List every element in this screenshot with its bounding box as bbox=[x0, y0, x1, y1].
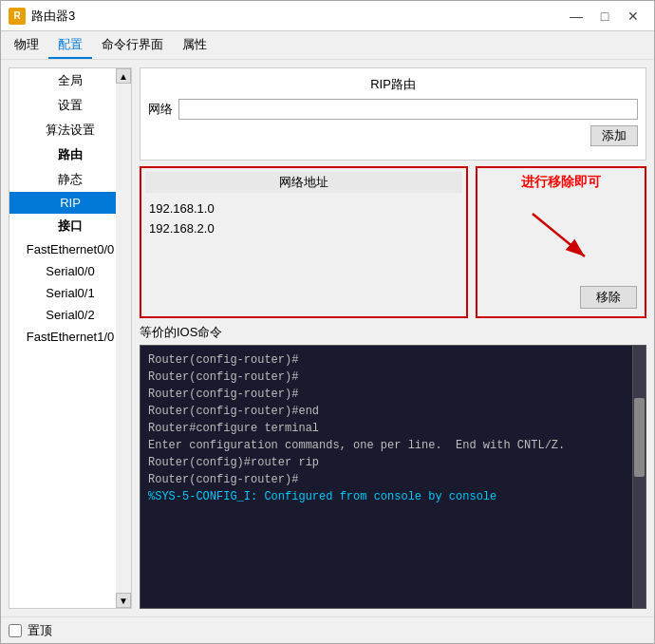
sidebar-scroll-up[interactable]: ▲ bbox=[116, 68, 131, 84]
rip-title: RIP路由 bbox=[148, 76, 638, 93]
remove-panel: 进行移除即可 移除 bbox=[476, 166, 646, 318]
sidebar-item-s00[interactable]: Serial0/0 bbox=[9, 260, 131, 282]
table-area: 网络地址 192.168.1.0 192.168.2.0 进行移除即可 bbox=[140, 166, 646, 318]
menu-item-cli[interactable]: 命令行界面 bbox=[92, 32, 173, 59]
terminal-line-7: Router(config-router)# bbox=[148, 471, 625, 488]
arrow-area bbox=[477, 197, 645, 278]
terminal-line-2: Router(config-router)# bbox=[148, 386, 625, 403]
window-title: 路由器3 bbox=[31, 8, 563, 25]
menu-item-config[interactable]: 配置 bbox=[48, 32, 92, 59]
ios-section: 等价的IOS命令 Router(config-router)# Router(c… bbox=[140, 324, 646, 609]
sidebar-item-suanfa[interactable]: 算法设置 bbox=[9, 118, 131, 142]
pin-checkbox[interactable] bbox=[9, 624, 22, 637]
arrow-icon bbox=[523, 209, 599, 266]
sidebar-item-shezhi[interactable]: 设置 bbox=[9, 93, 131, 118]
pin-label: 置顶 bbox=[28, 622, 52, 639]
main-content: 全局 设置 算法设置 路由 静态 RIP 接口 FastEthernet0/0 … bbox=[1, 60, 654, 616]
sidebar-item-s01[interactable]: Serial0/1 bbox=[9, 282, 131, 304]
sidebar-item-fe10[interactable]: FastEthernet1/0 bbox=[9, 326, 131, 348]
sidebar-item-static[interactable]: 静态 bbox=[9, 167, 131, 192]
menu-item-physics[interactable]: 物理 bbox=[5, 32, 48, 59]
terminal-line-3: Router(config-router)#end bbox=[148, 403, 625, 420]
sidebar-item-luyou[interactable]: 路由 bbox=[9, 142, 131, 167]
network-table-panel: 网络地址 192.168.1.0 192.168.2.0 bbox=[140, 166, 468, 318]
sidebar: 全局 设置 算法设置 路由 静态 RIP 接口 FastEthernet0/0 … bbox=[9, 67, 132, 609]
sidebar-item-rip[interactable]: RIP bbox=[9, 192, 131, 214]
network-label: 网络 bbox=[148, 101, 173, 118]
footer: 置顶 bbox=[1, 616, 654, 643]
title-bar: R 路由器3 — □ ✕ bbox=[1, 1, 654, 31]
annotation-text: 进行移除即可 bbox=[477, 168, 645, 197]
maximize-button[interactable]: □ bbox=[591, 5, 618, 28]
terminal-line-5: Enter configuration commands, one per li… bbox=[148, 437, 625, 454]
sidebar-item-s02[interactable]: Serial0/2 bbox=[9, 304, 131, 326]
terminal-line-8: %SYS-5-CONFIG_I: Configured from console… bbox=[148, 488, 625, 505]
menu-item-properties[interactable]: 属性 bbox=[173, 32, 216, 59]
terminal-scrollbar[interactable] bbox=[632, 346, 646, 608]
menu-bar: 物理 配置 命令行界面 属性 bbox=[1, 31, 654, 60]
app-icon: R bbox=[9, 8, 26, 25]
sidebar-scrollbar-track bbox=[116, 84, 131, 593]
terminal-line-6: Router(config)#router rip bbox=[148, 454, 625, 471]
right-panel: RIP路由 网络 添加 网络地址 192.168.1.0 192.168.2.0 bbox=[140, 67, 646, 609]
main-window: R 路由器3 — □ ✕ 物理 配置 命令行界面 属性 全局 设置 算法设置 路… bbox=[0, 0, 655, 644]
close-button[interactable]: ✕ bbox=[620, 5, 646, 28]
add-button[interactable]: 添加 bbox=[590, 125, 638, 146]
sidebar-item-jiekou[interactable]: 接口 bbox=[9, 214, 131, 238]
table-header: 网络地址 bbox=[145, 172, 462, 193]
window-controls: — □ ✕ bbox=[563, 5, 646, 28]
minimize-button[interactable]: — bbox=[563, 5, 590, 28]
table-row[interactable]: 192.168.1.0 bbox=[145, 199, 462, 218]
terminal-line-4: Router#configure terminal bbox=[148, 420, 625, 437]
ios-terminal[interactable]: Router(config-router)# Router(config-rou… bbox=[140, 345, 646, 609]
ios-label: 等价的IOS命令 bbox=[140, 324, 646, 341]
table-row[interactable]: 192.168.2.0 bbox=[145, 218, 462, 238]
remove-button[interactable]: 移除 bbox=[580, 286, 637, 309]
terminal-line-1: Router(config-router)# bbox=[148, 369, 625, 386]
network-input[interactable] bbox=[178, 99, 638, 120]
network-row: 网络 bbox=[148, 99, 638, 120]
svg-line-1 bbox=[533, 214, 585, 256]
terminal-line-0: Router(config-router)# bbox=[148, 351, 625, 369]
terminal-scroll-thumb bbox=[634, 398, 645, 477]
sidebar-scroll-down[interactable]: ▼ bbox=[116, 593, 131, 608]
sidebar-item-fe00[interactable]: FastEthernet0/0 bbox=[9, 238, 131, 260]
rip-section: RIP路由 网络 添加 bbox=[140, 67, 646, 161]
sidebar-item-quanju[interactable]: 全局 bbox=[9, 68, 131, 93]
remove-btn-area: 移除 bbox=[477, 278, 645, 316]
